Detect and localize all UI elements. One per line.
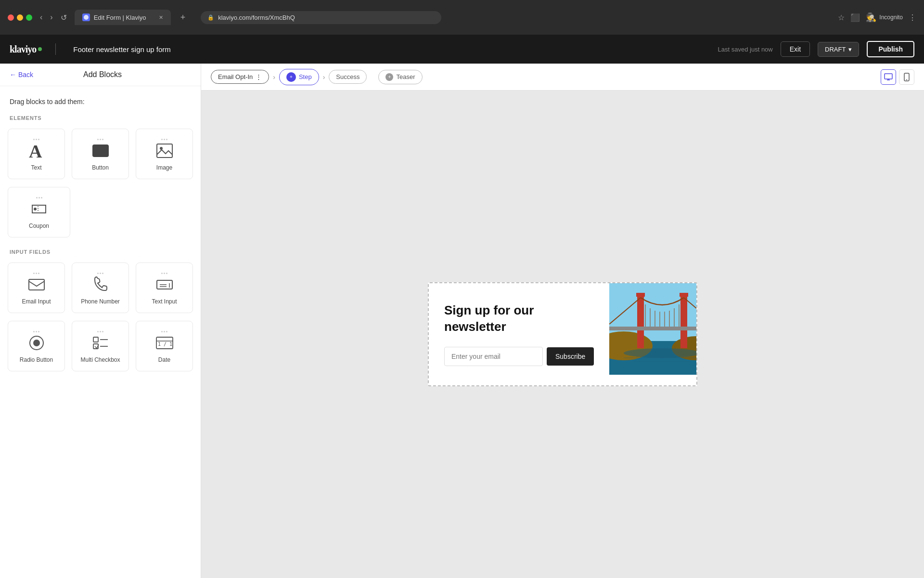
radio-button-icon xyxy=(28,333,45,353)
browser-toolbar: ☆ ⬛ 🕵 Incognito ⋮ xyxy=(838,12,916,23)
desktop-view-button[interactable] xyxy=(881,69,896,85)
svg-text:A: A xyxy=(29,141,42,160)
date-label: Date xyxy=(158,356,170,363)
svg-point-11 xyxy=(33,340,40,346)
new-tab-button[interactable]: + xyxy=(177,13,190,23)
text-block-icon: A xyxy=(28,141,45,160)
incognito-badge: 🕵 Incognito xyxy=(866,12,903,23)
svg-rect-42 xyxy=(609,327,697,330)
elements-section-label: ELEMENTS xyxy=(0,111,201,125)
browser-menu-icon[interactable]: ⋮ xyxy=(909,13,916,22)
main-layout: ← Back Add Blocks Drag blocks to add the… xyxy=(0,64,924,578)
svg-line-15 xyxy=(95,346,97,348)
block-item-phone-number[interactable]: Phone Number xyxy=(72,263,129,313)
minimize-dot[interactable] xyxy=(17,14,23,21)
step-circle-icon: + xyxy=(286,72,296,82)
logo-dot xyxy=(38,47,42,51)
back-arrow-icon: ← xyxy=(10,71,16,79)
tab-title: Edit Form | Klaviyo xyxy=(94,14,146,21)
teaser-label: Teaser xyxy=(396,73,415,80)
svg-rect-33 xyxy=(680,293,688,297)
draft-button[interactable]: DRAFT ▾ xyxy=(818,42,859,57)
bookmark-icon[interactable]: ☆ xyxy=(838,13,845,22)
block-item-coupon[interactable]: Coupon xyxy=(8,187,70,237)
form-right-image xyxy=(609,283,697,385)
sidebar-header: ← Back Add Blocks xyxy=(0,64,201,86)
form-input-row: Subscribe xyxy=(444,347,594,366)
block-item-text-input[interactable]: Text Input xyxy=(136,263,193,313)
exit-button[interactable]: Exit xyxy=(781,41,810,57)
incognito-icon: 🕵 xyxy=(866,12,876,23)
step-name-label: Step xyxy=(299,73,312,80)
form-left: Sign up for our newsletter Subscribe xyxy=(429,283,609,385)
success-label: Success xyxy=(336,73,359,80)
phone-number-icon xyxy=(94,275,107,294)
draft-chevron-icon: ▾ xyxy=(848,46,852,53)
publish-button[interactable]: Publish xyxy=(867,41,914,57)
coupon-block-label: Coupon xyxy=(29,223,49,229)
step-bar-left: Email Opt-In ⋮ › + Step › Success + Teas… xyxy=(211,69,423,85)
svg-rect-31 xyxy=(680,295,687,348)
nav-refresh-button[interactable]: ↺ xyxy=(59,11,69,24)
form-title: Footer newsletter sign up form xyxy=(73,45,171,53)
form-preview: Sign up for our newsletter Subscribe xyxy=(428,282,697,386)
close-dot[interactable] xyxy=(8,14,14,21)
canvas: Sign up for our newsletter Subscribe xyxy=(201,91,924,578)
drag-instruction-text: Drag blocks to add them: xyxy=(10,98,85,105)
back-link[interactable]: ← Back xyxy=(10,71,33,79)
email-opt-in-label: Email Opt-In xyxy=(218,73,253,80)
elements-label-text: ELEMENTS xyxy=(10,115,41,121)
svg-point-4 xyxy=(34,208,37,210)
block-item-date[interactable]: 1 / 1 Date xyxy=(136,321,193,371)
svg-rect-2 xyxy=(157,144,172,158)
success-step[interactable]: Success xyxy=(329,70,367,84)
block-item-image[interactable]: Image xyxy=(136,129,193,179)
block-item-multi-checkbox[interactable]: Multi Checkbox xyxy=(72,321,129,371)
text-input-label: Text Input xyxy=(152,298,177,305)
step-button[interactable]: + Step xyxy=(279,69,319,85)
block-item-email-input[interactable]: Email Input xyxy=(8,263,65,313)
drag-instruction: Drag blocks to add them: xyxy=(0,86,201,111)
mobile-view-button[interactable] xyxy=(899,69,914,85)
address-bar[interactable]: 🔒 klaviyo.com/forms/XmcBhQ xyxy=(201,11,441,24)
browser-dots xyxy=(8,14,32,21)
svg-point-45 xyxy=(624,348,697,358)
input-fields-section-label: INPUT FIELDS xyxy=(0,245,201,259)
block-item-radio-button[interactable]: Radio Button xyxy=(8,321,65,371)
image-block-icon xyxy=(156,141,173,160)
step-bar: Email Opt-In ⋮ › + Step › Success + Teas… xyxy=(201,64,924,91)
extensions-icon[interactable]: ⬛ xyxy=(850,13,860,22)
email-opt-in-step[interactable]: Email Opt-In ⋮ xyxy=(211,70,269,84)
text-input-icon xyxy=(156,275,173,294)
tab-close-icon[interactable]: ✕ xyxy=(159,14,163,21)
nav-forward-button[interactable]: › xyxy=(48,11,54,24)
nav-back-button[interactable]: ‹ xyxy=(38,11,44,24)
canvas-area: Email Opt-In ⋮ › + Step › Success + Teas… xyxy=(201,64,924,578)
form-subscribe-button[interactable]: Subscribe xyxy=(547,347,594,366)
step-bar-right xyxy=(881,69,914,85)
form-email-input[interactable] xyxy=(444,347,543,366)
header-divider xyxy=(55,43,56,55)
app-header: klaviyo Footer newsletter sign up form L… xyxy=(0,35,924,64)
block-item-text[interactable]: A Text xyxy=(8,129,65,179)
email-input-icon xyxy=(28,275,45,294)
browser-tab[interactable]: Edit Form | Klaviyo ✕ xyxy=(75,10,171,25)
svg-rect-5 xyxy=(29,279,44,290)
back-label: Back xyxy=(18,71,33,79)
maximize-dot[interactable] xyxy=(26,14,32,21)
email-input-label: Email Input xyxy=(22,298,51,305)
input-fields-grid: Email Input Phone Number xyxy=(0,259,201,319)
sidebar: ← Back Add Blocks Drag blocks to add the… xyxy=(0,64,201,578)
teaser-step[interactable]: + Teaser xyxy=(378,70,422,84)
browser-nav: ‹ › ↺ xyxy=(38,11,69,24)
text-block-label: Text xyxy=(31,164,41,171)
block-item-button[interactable]: Button xyxy=(72,129,129,179)
svg-point-25 xyxy=(906,79,907,80)
form-headline: Sign up for our newsletter xyxy=(444,302,594,335)
date-input-icon: 1 / 1 xyxy=(155,333,174,353)
step-arrow-2: › xyxy=(323,73,325,81)
elements-row2: Coupon xyxy=(0,185,201,245)
svg-point-3 xyxy=(160,147,163,150)
browser-chrome: ‹ › ↺ Edit Form | Klaviyo ✕ + 🔒 klaviyo.… xyxy=(0,0,924,35)
svg-rect-12 xyxy=(93,337,98,342)
